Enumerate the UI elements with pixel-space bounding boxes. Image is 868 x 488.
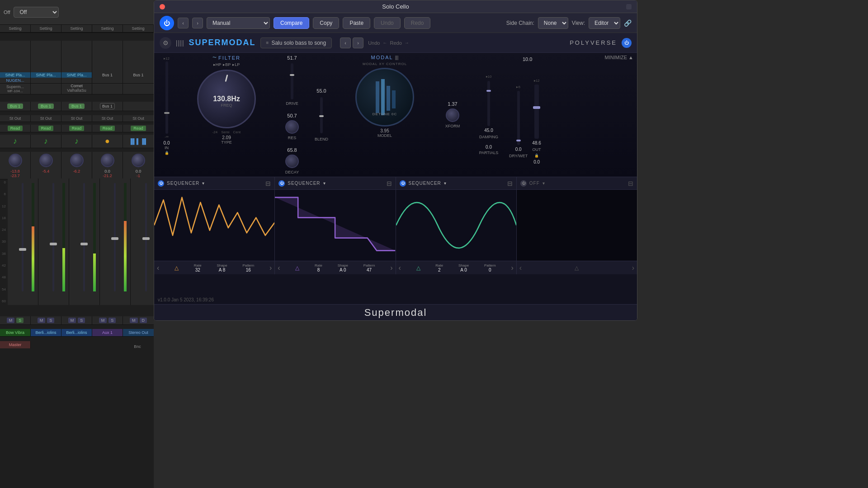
filter-knob[interactable]: 130.8Hz FREQ	[197, 70, 256, 128]
lp-btn[interactable]: ▸LP	[232, 62, 240, 67]
s-btn-1[interactable]: S	[16, 318, 24, 323]
m-btn-1[interactable]: M	[7, 318, 15, 323]
daw-off-select[interactable]: Off	[14, 7, 59, 18]
seq-3-dropdown[interactable]: ▾	[444, 181, 446, 186]
seq-2-nav-l[interactable]: ‹	[278, 264, 280, 272]
out-slider[interactable]	[534, 84, 539, 139]
copy-button[interactable]: Copy	[313, 17, 339, 29]
read-btn-4[interactable]: Read	[100, 126, 115, 131]
power-button[interactable]: ⏻	[160, 16, 174, 30]
seq-1-settings[interactable]: ⊟	[265, 180, 271, 187]
in-fader-track[interactable]	[165, 61, 168, 134]
seq-2-dropdown[interactable]: ▾	[323, 181, 326, 186]
res-knob[interactable]	[285, 120, 299, 134]
fader-track-3[interactable]	[83, 183, 85, 291]
bus-1-btn-2[interactable]: Bus 1	[38, 103, 54, 109]
fader-handle-1[interactable]	[19, 248, 26, 251]
xform-knob[interactable]	[446, 108, 459, 122]
drywet-slider[interactable]	[517, 91, 520, 145]
out-handle[interactable]	[533, 106, 540, 109]
seq-1-power[interactable]: ⏻	[158, 180, 164, 187]
read-btn-3[interactable]: Read	[69, 126, 85, 131]
s-btn-3[interactable]: S	[78, 318, 85, 323]
seq-4-settings[interactable]: ⊟	[628, 180, 633, 187]
seq-1-nav-r[interactable]: ›	[269, 264, 272, 272]
m-btn-2[interactable]: M	[38, 318, 46, 323]
vol-knob-1[interactable]	[9, 154, 22, 167]
seq-3-settings[interactable]: ⊟	[507, 180, 513, 187]
side-chain-select[interactable]: None	[538, 17, 568, 29]
preset-name: Salu solo bass to song	[271, 40, 326, 46]
nav-next-button[interactable]: ›	[192, 18, 203, 28]
seq-3-nav-r[interactable]: ›	[511, 264, 513, 272]
seq-3-power[interactable]: ⏻	[400, 180, 406, 187]
header-nav-next[interactable]: ›	[353, 38, 363, 48]
compare-button[interactable]: Compare	[274, 17, 309, 29]
seq-4-nav-l: ‹	[519, 264, 522, 272]
settings-icon[interactable]: ⚙	[160, 37, 171, 49]
seq-2-pattern-label: Pattern	[363, 263, 375, 267]
close-button[interactable]	[160, 4, 165, 9]
s-btn-2[interactable]: S	[47, 318, 54, 323]
undo-button[interactable]: Undo	[374, 17, 401, 29]
damping-slider[interactable]	[487, 81, 490, 126]
blend-slider[interactable]	[320, 97, 323, 133]
blend-handle[interactable]	[319, 115, 324, 117]
redo-button[interactable]: Redo	[404, 17, 431, 29]
d-btn-5[interactable]: D	[140, 318, 147, 323]
preset-select[interactable]: Manual	[207, 17, 270, 29]
bus-1-btn-3[interactable]: Bus 1	[69, 103, 85, 109]
minimize-btn[interactable]: MINIMIZE ▲	[605, 55, 633, 60]
bus-1-btn-1[interactable]: Bus 1	[7, 103, 23, 109]
seq-panel-3: ⏻ SEQUENCER ▾ ⊟ ‹ △ Rate 2	[396, 177, 517, 274]
decay-knob[interactable]	[285, 155, 299, 168]
drywet-handle[interactable]	[516, 140, 521, 141]
seq-1-nav-l[interactable]: ‹	[157, 264, 159, 272]
read-btn-5[interactable]: Read	[131, 126, 146, 131]
plugin-power-btn[interactable]: ⏻	[622, 38, 632, 48]
hp-btn[interactable]: ▸HP	[213, 62, 222, 67]
header-nav-prev[interactable]: ‹	[340, 38, 351, 48]
seq-2-settings[interactable]: ⊟	[387, 180, 392, 187]
vol-knob-4[interactable]	[101, 154, 114, 167]
nav-prev-button[interactable]: ‹	[178, 18, 189, 28]
seq-1-dropdown[interactable]: ▾	[202, 181, 204, 186]
fader-handle-3[interactable]	[80, 243, 88, 245]
view-select[interactable]: Editor	[589, 17, 620, 29]
read-btn-2[interactable]: Read	[38, 126, 54, 131]
damping-handle[interactable]	[486, 90, 491, 92]
seq-3-nav-l[interactable]: ‹	[399, 264, 401, 272]
m-btn-3[interactable]: M	[68, 318, 76, 323]
link-icon[interactable]: 🔗	[624, 19, 632, 27]
fader-track-4[interactable]	[114, 183, 116, 291]
superm-label: Superm...	[1, 84, 29, 89]
m-btn-4[interactable]: M	[99, 318, 107, 323]
daw-off-label: Off	[4, 9, 10, 15]
maximize-button[interactable]	[626, 4, 632, 9]
bp-btn[interactable]: ▸BP	[223, 62, 231, 67]
redo-arrow[interactable]: →	[405, 40, 409, 45]
m-btn-5[interactable]: M	[130, 318, 138, 323]
fader-handle-2[interactable]	[50, 243, 57, 245]
fader-track-2[interactable]	[52, 183, 54, 291]
undo-arrow[interactable]: ←	[382, 40, 387, 45]
vol-knob-3[interactable]	[70, 154, 84, 167]
fader-track-5[interactable]	[145, 183, 147, 291]
vol-knob-5[interactable]	[132, 154, 145, 167]
in-fader-handle[interactable]	[164, 112, 170, 114]
seq-4-power[interactable]: ⏻	[520, 180, 527, 187]
fader-track-1[interactable]	[22, 183, 24, 291]
paste-button[interactable]: Paste	[343, 17, 370, 29]
read-btn-1[interactable]: Read	[8, 126, 23, 131]
drive-slider[interactable]	[291, 63, 293, 99]
s-btn-4[interactable]: S	[108, 318, 116, 323]
modal-knob[interactable]: DETUNE 0C	[355, 68, 414, 127]
bus-1-btn-4[interactable]: Bus 1	[100, 103, 115, 109]
vol-knob-2[interactable]	[39, 154, 53, 167]
fader-handle-5[interactable]	[142, 237, 150, 240]
seq-4-dropdown[interactable]: ▾	[542, 181, 545, 186]
seq-2-nav-r[interactable]: ›	[390, 264, 392, 272]
fader-handle-4[interactable]	[111, 237, 118, 240]
drive-handle[interactable]	[290, 74, 294, 76]
seq-2-power[interactable]: ⏻	[278, 180, 285, 187]
